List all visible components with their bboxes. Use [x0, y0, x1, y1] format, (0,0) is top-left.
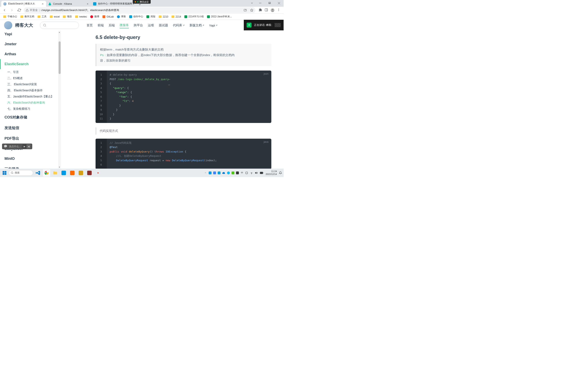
- chat-prev-button[interactable]: ▶: [22, 144, 26, 149]
- browser-tab-2[interactable]: Console - Kibana ×: [46, 1, 91, 7]
- drag-handle-icon[interactable]: [275, 23, 281, 27]
- sidebar-sub-1[interactable]: 一、引言: [4, 69, 61, 75]
- sidebar-item-arthas[interactable]: Arthas: [4, 49, 61, 59]
- sidebar-sub-4[interactable]: 四、 ElasticSearch基本操作: [4, 87, 61, 94]
- sidebar-sub-6[interactable]: 六、ElasticSearch的各种查询: [4, 100, 61, 106]
- tray-app-icon[interactable]: [218, 171, 221, 174]
- bookmark-item[interactable]: 博客: [116, 14, 127, 19]
- taskbar-search[interactable]: 搜索: [9, 170, 33, 176]
- chat-input-float[interactable]: 说点什么... ▶ ◀: [2, 143, 32, 149]
- bookmark-item[interactable]: GitLab: [101, 15, 115, 19]
- bookmark-item[interactable]: 2214: [170, 15, 182, 19]
- scroll-down-icon[interactable]: ▼: [58, 166, 61, 168]
- sidebar-item-jmeter[interactable]: Jmeter: [4, 39, 61, 49]
- site-title[interactable]: 稀客大大: [15, 22, 33, 28]
- tray-app-icon[interactable]: [236, 171, 239, 174]
- nav-crossplatform[interactable]: 跨平台: [134, 22, 143, 28]
- nav-backend[interactable]: 后端: [109, 22, 115, 28]
- explorer-icon[interactable]: [52, 169, 59, 176]
- start-button[interactable]: [2, 170, 7, 176]
- qq-icon[interactable]: [227, 171, 230, 174]
- bookmark-item[interactable]: 千峰办公: [2, 14, 18, 19]
- sidebar-item-pdf[interactable]: PDF导出: [4, 133, 61, 144]
- nav-newdocs[interactable]: 新版文档↗: [190, 22, 204, 28]
- nav-home[interactable]: 首页: [86, 22, 93, 28]
- browser-tab-3[interactable]: 创作中心 - 哔哩哔哩弹幕视频网 ×: [91, 1, 137, 7]
- site-avatar[interactable]: [4, 21, 12, 29]
- tray-app-icon[interactable]: [213, 171, 216, 174]
- clock[interactable]: 11:24 2022/12/14: [266, 170, 277, 175]
- app-icon-4[interactable]: [86, 169, 93, 176]
- menu-icon[interactable]: [277, 8, 280, 12]
- nav-codebase[interactable]: 代码库↗: [173, 22, 185, 28]
- sidebar-item-thirdlogin[interactable]: 三方登录: [4, 164, 61, 169]
- sidebar-sub-3[interactable]: 三、 ElasticSearch安装: [4, 81, 61, 87]
- browser-tab-1[interactable]: ElasticSearch | 稀客大大 ×: [1, 1, 46, 7]
- bookmark-item[interactable]: 教学文档: [19, 14, 35, 19]
- bookmark-item[interactable]: 2022-Java学科末...: [206, 14, 233, 19]
- sidebar-item-yapi[interactable]: Yapi: [4, 32, 61, 39]
- scroll-up-icon[interactable]: ▲: [58, 31, 61, 33]
- bookmark-item[interactable]: 工具: [36, 14, 48, 19]
- extensions-icon[interactable]: [259, 8, 262, 12]
- nav-ops[interactable]: 运维: [148, 22, 154, 28]
- security-icon[interactable]: [232, 171, 234, 174]
- nav-microservice[interactable]: 微服务: [120, 22, 129, 28]
- sidebar-scrollbar[interactable]: ▲ ▼: [58, 31, 61, 169]
- nav-interview[interactable]: 面试题: [159, 22, 168, 28]
- sidebar-sub-2[interactable]: 二、ES概述: [4, 75, 61, 81]
- sidebar-item-sms[interactable]: 发送短信: [4, 123, 61, 133]
- bookmark-item[interactable]: 2214学习小组: [183, 14, 205, 19]
- chrome-icon[interactable]: [43, 169, 50, 176]
- sidebar-item-elasticsearch[interactable]: ElasticSearch: [0, 59, 61, 69]
- bookmark-item[interactable]: 创作中心: [128, 14, 144, 19]
- star-icon[interactable]: [250, 8, 253, 12]
- maximize-button[interactable]: [265, 0, 274, 6]
- sidebar-item-cos[interactable]: COS对象存储: [4, 112, 61, 123]
- tabs-dropdown-icon[interactable]: [251, 2, 253, 4]
- sidepanel-icon[interactable]: [265, 8, 268, 12]
- ime-indicator[interactable]: 中: [241, 171, 243, 174]
- vscode-icon[interactable]: [34, 169, 42, 176]
- volume-icon[interactable]: [255, 171, 258, 174]
- sidebar-sub-5[interactable]: 五、Java操作ElasticSearch【重点】: [4, 94, 61, 100]
- onedrive-icon[interactable]: [222, 171, 225, 175]
- forward-button[interactable]: [9, 7, 15, 13]
- code-body[interactable]: # delete-by-query POST /sms-logs-index/_…: [107, 71, 271, 123]
- bookmark-item[interactable]: 2210: [157, 15, 169, 19]
- back-button[interactable]: [2, 7, 7, 13]
- tray-expand-icon[interactable]: [204, 172, 207, 174]
- site-search-input[interactable]: [40, 22, 79, 29]
- nav-frontend[interactable]: 前端: [98, 22, 104, 28]
- reload-button[interactable]: [16, 7, 22, 13]
- mic-icon[interactable]: [247, 23, 251, 27]
- sidebar-sub-7[interactable]: 七、复杂检索练习: [4, 106, 61, 112]
- sidebar-item-minio[interactable]: MinIO: [4, 154, 61, 164]
- app-icon-5[interactable]: [94, 169, 102, 176]
- minimize-button[interactable]: [255, 0, 265, 6]
- code-body[interactable]: // Java代码实现 @Test public void deleteByQu…: [107, 139, 271, 169]
- bookmark-item[interactable]: 微博: [89, 14, 100, 19]
- nav-yapi[interactable]: Yapi↗: [209, 22, 217, 28]
- wifi-icon[interactable]: [250, 171, 253, 174]
- app-icon-1[interactable]: [60, 169, 67, 176]
- ime-shape-icon[interactable]: [245, 171, 248, 174]
- profile-icon[interactable]: [270, 8, 275, 12]
- close-window-button[interactable]: [274, 0, 284, 6]
- bookmark-item[interactable]: excel: [49, 15, 61, 19]
- notifications-icon[interactable]: [279, 171, 282, 174]
- tencent-meeting-bar[interactable]: 腾讯会议: [133, 0, 151, 4]
- battery-icon[interactable]: [260, 172, 264, 174]
- scrollbar-thumb[interactable]: [59, 42, 61, 74]
- close-icon[interactable]: ×: [86, 2, 89, 5]
- close-icon[interactable]: ×: [41, 2, 44, 5]
- bookmark-item[interactable]: newtec: [74, 15, 88, 19]
- bookmark-item[interactable]: 周报: [145, 14, 156, 19]
- url-bar[interactable]: 不安全 | i.heyige.cn/cloud/ElasticSearch.ht…: [24, 7, 255, 13]
- app-icon-3[interactable]: [77, 169, 85, 176]
- app-icon-2[interactable]: [69, 169, 76, 176]
- bookmark-item[interactable]: 项目: [62, 14, 73, 19]
- tray-app-icon[interactable]: [209, 171, 212, 174]
- chat-next-button[interactable]: ◀: [26, 144, 31, 149]
- share-icon[interactable]: [243, 8, 247, 12]
